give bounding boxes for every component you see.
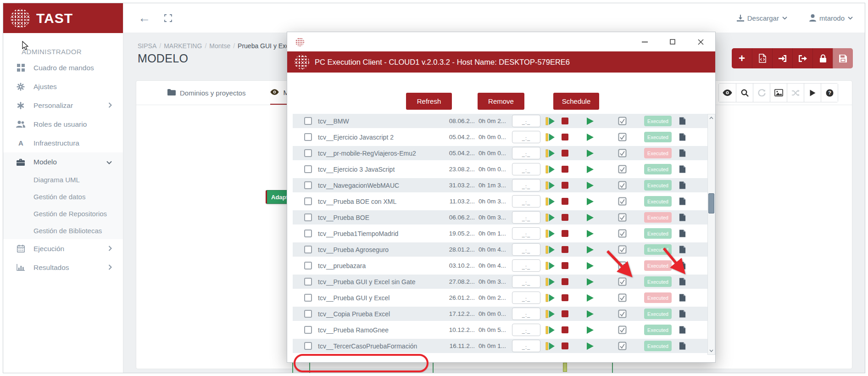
stop-icon[interactable] xyxy=(562,342,568,349)
sidebar-item-infraestructura[interactable]: AInfraestructura xyxy=(3,134,123,152)
stop-icon[interactable] xyxy=(562,310,568,317)
checked-checkbox-icon[interactable] xyxy=(618,149,627,159)
resume-icon[interactable] xyxy=(545,278,555,288)
report-document-icon[interactable] xyxy=(679,165,686,175)
resume-icon[interactable] xyxy=(545,117,555,127)
maximize-button[interactable] xyxy=(669,38,676,45)
sidebar-item-ejecuci-n[interactable]: Ejecución xyxy=(3,239,123,258)
breadcrumb-item[interactable]: SIPSA xyxy=(138,42,156,50)
scroll-down-icon[interactable] xyxy=(708,347,715,354)
row-checkbox[interactable] xyxy=(304,246,312,253)
play-icon[interactable] xyxy=(586,262,594,272)
sidebar-subitem-diagrama-uml[interactable]: Diagrama UML xyxy=(3,171,123,188)
row-checkbox[interactable] xyxy=(304,342,312,350)
resume-icon[interactable] xyxy=(545,310,555,320)
schedule-time-input[interactable]: _:_ xyxy=(512,115,540,127)
stop-icon[interactable] xyxy=(562,118,568,124)
row-checkbox[interactable] xyxy=(304,230,312,237)
list-scrollbar[interactable] xyxy=(707,114,715,355)
breadcrumb-item[interactable]: MARKETING xyxy=(164,42,202,50)
play-button[interactable] xyxy=(804,84,821,102)
row-checkbox[interactable] xyxy=(304,278,312,286)
scroll-up-icon[interactable] xyxy=(708,114,715,122)
row-checkbox[interactable] xyxy=(304,165,312,173)
resume-icon[interactable] xyxy=(545,197,555,208)
resume-icon[interactable] xyxy=(545,181,555,191)
row-checkbox[interactable] xyxy=(304,117,312,125)
row-checkbox[interactable] xyxy=(304,310,312,318)
report-document-icon[interactable] xyxy=(679,181,686,191)
resume-icon[interactable] xyxy=(545,326,555,336)
report-document-icon[interactable] xyxy=(679,149,686,159)
sidebar-item-personalizar[interactable]: Personalizar xyxy=(3,96,123,115)
sign-out-button[interactable] xyxy=(792,48,812,68)
checked-checkbox-icon[interactable] xyxy=(618,165,627,175)
sidebar-item-cuadro-de-mandos[interactable]: Cuadro de mandos xyxy=(3,58,123,77)
report-document-icon[interactable] xyxy=(679,309,686,320)
fullscreen-icon[interactable] xyxy=(164,14,172,22)
row-checkbox[interactable] xyxy=(304,294,312,302)
play-icon[interactable] xyxy=(586,230,594,240)
add-button[interactable]: + xyxy=(732,48,752,68)
resume-icon[interactable] xyxy=(545,230,555,240)
sign-in-button[interactable] xyxy=(772,48,792,68)
play-icon[interactable] xyxy=(586,133,594,143)
breadcrumb-item[interactable]: Montse xyxy=(209,42,230,50)
resume-icon[interactable] xyxy=(545,149,555,159)
resume-icon[interactable] xyxy=(545,262,555,272)
file-code-button[interactable] xyxy=(752,48,772,68)
play-icon[interactable] xyxy=(586,197,594,208)
play-icon[interactable] xyxy=(586,213,594,224)
play-icon[interactable] xyxy=(586,342,594,352)
checked-checkbox-icon[interactable] xyxy=(618,213,627,224)
remove-button[interactable]: Remove xyxy=(478,93,524,110)
stop-icon[interactable] xyxy=(562,230,568,237)
resume-icon[interactable] xyxy=(545,165,555,175)
schedule-button[interactable]: Schedule xyxy=(553,93,599,110)
close-button[interactable] xyxy=(697,38,704,45)
stop-icon[interactable] xyxy=(562,134,568,140)
schedule-time-input[interactable]: _:_ xyxy=(512,275,540,288)
schedule-time-input[interactable]: _:_ xyxy=(512,147,540,159)
row-checkbox[interactable] xyxy=(304,213,312,221)
stop-icon[interactable] xyxy=(562,294,568,301)
sidebar-subitem-gesti-n-de-repositorios[interactable]: Gestión de Repositorios xyxy=(3,205,123,222)
report-document-icon[interactable] xyxy=(679,277,686,288)
minimize-button[interactable] xyxy=(641,38,648,45)
schedule-time-input[interactable]: _:_ xyxy=(512,259,540,272)
sidebar-item-ajustes[interactable]: Ajustes xyxy=(3,77,123,96)
checked-checkbox-icon[interactable] xyxy=(618,117,627,127)
schedule-time-input[interactable]: _:_ xyxy=(512,324,540,336)
sidebar-item-resultados[interactable]: Resultados xyxy=(3,258,123,277)
schedule-time-input[interactable]: _:_ xyxy=(512,292,540,304)
save-button[interactable] xyxy=(833,48,853,68)
report-document-icon[interactable] xyxy=(679,213,686,224)
window-titlebar[interactable] xyxy=(287,32,715,51)
play-icon[interactable] xyxy=(586,246,594,256)
resume-icon[interactable] xyxy=(545,133,555,143)
report-document-icon[interactable] xyxy=(679,261,686,272)
help-button[interactable]: ? xyxy=(821,84,838,102)
schedule-time-input[interactable]: _:_ xyxy=(512,131,540,143)
sidebar-subitem-gesti-n-de-bibliotecas[interactable]: Gestión de Bibliotecas xyxy=(3,222,123,239)
play-icon[interactable] xyxy=(586,310,594,320)
row-checkbox[interactable] xyxy=(304,326,312,334)
row-checkbox[interactable] xyxy=(304,197,312,205)
checked-checkbox-icon[interactable] xyxy=(618,197,627,208)
checked-checkbox-icon[interactable] xyxy=(618,245,627,256)
stop-icon[interactable] xyxy=(562,246,568,253)
resume-icon[interactable] xyxy=(545,246,555,256)
row-checkbox[interactable] xyxy=(304,181,312,189)
image-button[interactable] xyxy=(770,84,787,102)
refresh-button-disabled[interactable] xyxy=(753,84,770,102)
row-checkbox[interactable] xyxy=(304,149,312,157)
schedule-time-input[interactable]: _:_ xyxy=(512,227,540,240)
report-document-icon[interactable] xyxy=(679,245,686,256)
sidebar-item-modelo[interactable]: Modelo xyxy=(3,152,123,171)
play-icon[interactable] xyxy=(586,149,594,159)
play-icon[interactable] xyxy=(586,294,594,304)
stop-icon[interactable] xyxy=(562,166,568,173)
play-icon[interactable] xyxy=(586,278,594,288)
report-document-icon[interactable] xyxy=(679,117,686,127)
stop-icon[interactable] xyxy=(562,262,568,269)
